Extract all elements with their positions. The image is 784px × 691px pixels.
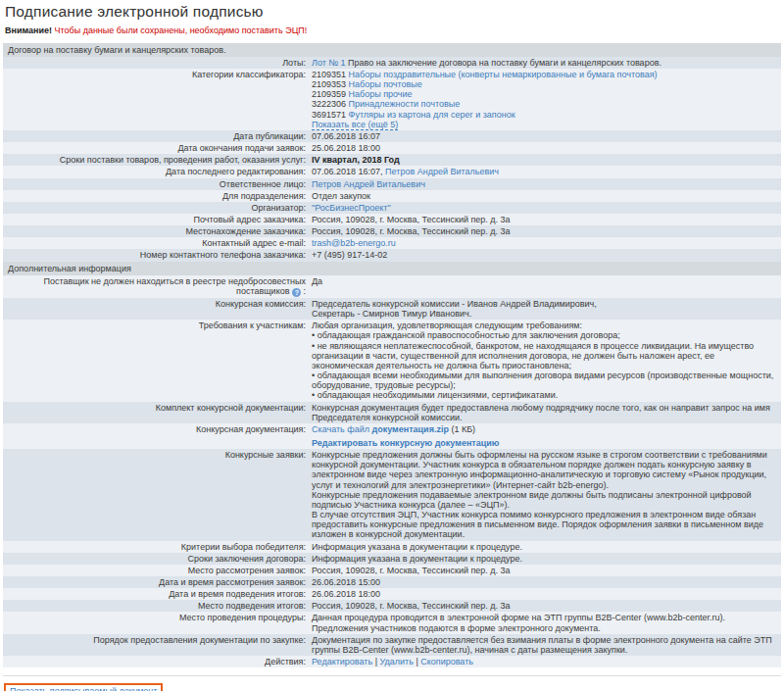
email-link[interactable]: trash@b2b-energo.ru <box>312 238 396 248</box>
row-value: 07.06.2018 16:07, Петров Андрей Витальев… <box>309 166 781 177</box>
category-link[interactable]: Принадлежности почтовые <box>349 99 461 109</box>
text: 2109359 <box>312 89 349 99</box>
row-value: Информация указана в документации к проц… <box>309 541 781 553</box>
text: Россия, 109028, г. Москва, Тессинский пе… <box>312 566 511 575</box>
category-link[interactable]: Футляры из картона для серег и запонок <box>349 110 515 120</box>
text: 2109353 <box>312 79 349 89</box>
row-value: Данная процедура проводится в электронно… <box>309 612 781 633</box>
row-label: Требования к участникам: <box>3 320 309 331</box>
row-label: Конкурсная комиссия: <box>3 298 309 310</box>
value-line: Скачать файл документация.zip (1 КБ) <box>312 424 775 434</box>
text: (1 КБ) <box>449 424 475 434</box>
table-row: Почтовый адрес заказчика:Россия, 109028,… <box>3 214 781 225</box>
text: Документация по закупке предоставляется … <box>312 635 772 655</box>
value-line: 3691571 Футляры из картона для серег и з… <box>312 110 775 120</box>
value-line: +7 (495) 917-14-02 <box>312 250 775 260</box>
text: +7 (495) 917-14-02 <box>312 250 387 260</box>
text: Данная процедура проводится в электронно… <box>312 613 725 632</box>
text: Любая организация, удовлетворяющая следу… <box>312 321 582 330</box>
row-label: Порядок предоставления документации по з… <box>3 634 309 646</box>
row-label: Дата публикации: <box>3 130 309 142</box>
value-line: В случае отсутствия ЭЦП, Участник конкур… <box>312 510 775 539</box>
value-line: Петров Андрей Витальевич <box>312 179 775 189</box>
value-line: Конкурсная документация будет предоставл… <box>312 403 775 422</box>
text: 07.06.2018 16:07, <box>312 167 385 176</box>
table-row: Лоты:Лот № 1 Право на заключение договор… <box>3 57 781 69</box>
copy-action-link[interactable]: Скопировать <box>420 657 473 666</box>
table-row: Конкурсная документация:Скачать файл док… <box>3 423 781 449</box>
table-row: Дата и время подведения итогов:26.06.201… <box>3 588 781 600</box>
divider <box>3 675 781 676</box>
table-row: Номер контактного телефона заказчика:+7 … <box>3 249 781 261</box>
row-value: 07.06.2018 16:07 <box>309 130 781 142</box>
value-line: Информация указана в документации к проц… <box>312 542 775 552</box>
download-file-link[interactable]: Скачать файл <box>312 424 369 434</box>
row-value: 25.06.2018 18:00 <box>309 142 781 154</box>
row-value: trash@b2b-energo.ru <box>309 237 781 249</box>
row-label: Дата и время рассмотрения заявок: <box>3 576 309 588</box>
warning-bold: Внимание! <box>5 25 52 35</box>
table-row: Место подведения итогов:Россия, 109028, … <box>3 600 781 612</box>
table-row: Поставщик не должен находиться в реестре… <box>3 275 781 298</box>
row-label: Конкурсная документация: <box>3 423 309 435</box>
row-value: Отдел закупок <box>309 190 781 202</box>
show-signed-document-link[interactable]: Показать подписываемый документ <box>10 686 157 691</box>
row-value: IV квартал, 2018 Год <box>309 154 781 166</box>
value-line: 2109351 Наборы поздравительные (конверты… <box>312 70 775 79</box>
row-label: Организатор: <box>3 202 309 214</box>
edit-documentation-link[interactable]: Редактировать конкурсную документацию <box>312 438 500 448</box>
row-label: Лоты: <box>3 57 309 69</box>
show-all-categories-link[interactable]: Показать все (ещё 5) <box>312 120 398 130</box>
text: 26.06.2018 15:00 <box>312 577 380 587</box>
text: 25.06.2018 18:00 <box>312 143 380 153</box>
row-label: Поставщик не должен находиться в реестре… <box>3 275 309 298</box>
table-row: Контактный адрес e-mail:trash@b2b-energo… <box>3 237 781 249</box>
text: • обладающая необходимыми лицензиями, се… <box>312 390 558 400</box>
edit-action-link[interactable]: Редактировать <box>312 657 372 666</box>
table-row: Требования к участникам:Любая организаци… <box>3 320 781 401</box>
row-value: Информация указана в документации к проц… <box>309 553 781 565</box>
category-link[interactable]: Наборы прочие <box>349 89 413 99</box>
warning-text: Чтобы данные были сохранены, необходимо … <box>52 25 307 35</box>
value-line: Данная процедура проводится в электронно… <box>312 613 775 632</box>
row-label: Место проведения процедуры: <box>3 612 309 623</box>
category-link[interactable]: Наборы поздравительные (конверты немарки… <box>349 70 658 79</box>
row-label: Местонахождение заказчика: <box>3 225 309 237</box>
responsible-user-link[interactable]: Петров Андрей Витальевич <box>312 179 425 189</box>
documentation-zip-link[interactable]: документация.zip <box>371 424 448 434</box>
footer: Показать подписываемый документ Подписат… <box>3 683 781 691</box>
row-label: Ответственное лицо: <box>3 178 309 190</box>
page: Подписание электронной подписью Внимание… <box>0 0 784 691</box>
value-line: Россия, 109028, г. Москва, Тессинский пе… <box>312 601 775 611</box>
text: Информация указана в документации к проц… <box>312 542 522 552</box>
delete-action-link[interactable]: Удалить <box>380 657 414 666</box>
row-label: Дата и время подведения итогов: <box>3 588 309 600</box>
lot-link[interactable]: Лот № 1 <box>312 58 346 68</box>
value-line: Секретарь - Смирнов Тимур Иванович. <box>312 309 775 319</box>
text: • обладающая всеми необходимыми для выпо… <box>312 370 773 390</box>
organizer-link[interactable]: "РосБизнесПроект" <box>312 203 391 213</box>
value-line: trash@b2b-energo.ru <box>312 238 775 248</box>
row-value: Россия, 109028, г. Москва, Тессинский пе… <box>309 225 781 237</box>
value-line: IV квартал, 2018 Год <box>312 155 775 165</box>
row-label: Действия: <box>3 656 309 667</box>
row-label: Номер контактного телефона заказчика: <box>3 249 309 261</box>
editor-user-link[interactable]: Петров Андрей Витальевич <box>385 167 499 176</box>
help-icon[interactable]: ? <box>292 288 301 297</box>
page-title: Подписание электронной подписью <box>5 3 781 21</box>
text: • обладающая гражданской правоспособност… <box>312 330 620 340</box>
table-row: Конкурсные заявки:Конкурсные предложения… <box>3 449 781 540</box>
table-row: Сроки поставки товаров, проведения работ… <box>3 154 781 166</box>
row-value: Лот № 1 Право на заключение договора на … <box>309 57 781 69</box>
table-row: Дата последнего редактирования:07.06.201… <box>3 166 781 177</box>
category-link[interactable]: Наборы почтовые <box>349 79 422 89</box>
text: 07.06.2018 16:07 <box>312 131 380 141</box>
row-value: Председатель конкурсной комиссии - Ивано… <box>309 298 781 320</box>
value-line: Отдел закупок <box>312 191 775 201</box>
row-label: Категории классификатора: <box>3 69 309 80</box>
row-value: +7 (495) 917-14-02 <box>309 249 781 261</box>
row-value: Россия, 109028, г. Москва, Тессинский пе… <box>309 214 781 225</box>
text: | <box>372 657 379 666</box>
value-line: • обладающая необходимыми лицензиями, се… <box>312 390 775 400</box>
text: • не являющаяся неплатежеспособной, банк… <box>312 341 754 370</box>
